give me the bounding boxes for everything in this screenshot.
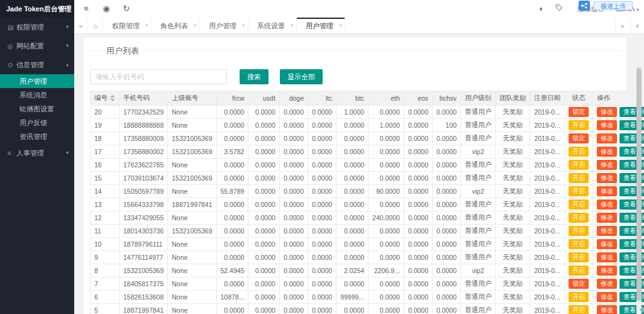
- edit-button[interactable]: 修改: [597, 160, 617, 170]
- cell: 普通用户: [461, 304, 496, 314]
- status-badge[interactable]: 开启: [569, 147, 589, 157]
- close-icon[interactable]: ×: [193, 18, 197, 34]
- status-badge[interactable]: 开启: [569, 173, 589, 183]
- globe-icon[interactable]: ◉: [97, 0, 116, 18]
- cell: 0.0000: [216, 211, 248, 225]
- cell: 普通用户: [461, 291, 496, 304]
- tag-icon[interactable]: [550, 0, 569, 18]
- cell: 13347429055: [119, 211, 168, 225]
- close-icon[interactable]: ×: [290, 18, 294, 34]
- status-badge[interactable]: 开启: [569, 120, 589, 130]
- status-badge[interactable]: 开启: [569, 292, 589, 302]
- home-icon[interactable]: ⌂: [89, 18, 103, 34]
- status-badge[interactable]: 开启: [569, 160, 589, 170]
- tab-4[interactable]: 用户管理×: [297, 18, 345, 34]
- cell: 2019-0...: [530, 225, 565, 238]
- status-badge[interactable]: 开启: [569, 186, 589, 196]
- tab-1[interactable]: 角色列表×: [152, 18, 200, 34]
- cell: 普通用户: [461, 119, 496, 132]
- status-badge[interactable]: 开启: [569, 199, 589, 210]
- cell: 普通用户: [461, 278, 496, 291]
- upload-extension-icon[interactable]: [579, 1, 590, 11]
- tabs-collapse-icon[interactable]: «: [74, 18, 88, 34]
- cell: 0.0000: [216, 278, 248, 291]
- edit-button[interactable]: 修改: [597, 120, 617, 130]
- status-badge[interactable]: 开启: [569, 226, 589, 236]
- table-row: 914776114977None0.00000.00000.00000.0000…: [91, 251, 644, 264]
- status-badge[interactable]: 开启: [569, 213, 589, 223]
- sidebar-item-0[interactable]: ▤权限管理▾: [0, 18, 74, 36]
- column-header-0[interactable]: 编号: [91, 91, 119, 106]
- close-icon[interactable]: ×: [145, 18, 148, 34]
- show-all-button[interactable]: 显示全部: [280, 69, 323, 84]
- sidebar-subitem-0[interactable]: 用户管理: [0, 74, 74, 88]
- cell: 无奖励: [496, 211, 530, 225]
- status-badge[interactable]: 开启: [569, 266, 589, 276]
- table-row: 1918888888888None0.00000.00000.00000.000…: [91, 119, 644, 132]
- theme-icon[interactable]: ◑: [531, 0, 550, 18]
- edit-button[interactable]: 修改: [597, 252, 617, 262]
- cell: 0.0000: [308, 106, 336, 119]
- vertical-scrollbar[interactable]: [636, 35, 641, 314]
- sidebar-subitem-4[interactable]: 资讯管理: [0, 130, 74, 143]
- cell: 0.0000: [248, 198, 279, 211]
- status-badge[interactable]: 开启: [569, 305, 589, 314]
- edit-button[interactable]: 修改: [597, 133, 617, 143]
- cell: 0.0000: [369, 225, 404, 238]
- cell: 17358880002: [119, 145, 168, 159]
- sort-icon[interactable]: [110, 95, 115, 101]
- edit-button[interactable]: 修改: [597, 279, 617, 289]
- tabs-forward-icon[interactable]: »: [615, 18, 629, 34]
- cell: 2206.9...: [369, 264, 404, 278]
- cell: 普通用户: [461, 106, 496, 119]
- edit-button[interactable]: 修改: [597, 186, 617, 196]
- edit-button[interactable]: 修改: [597, 226, 617, 236]
- tabs-menu-icon[interactable]: ∨: [630, 18, 644, 34]
- cell: 2019-0...: [530, 304, 565, 314]
- user-list-card: 用户列表 搜索 显示全部 编号手机号码上级账号frcwusdtdogeltcbt…: [84, 38, 626, 314]
- search-button[interactable]: 搜索: [240, 69, 269, 84]
- edit-button[interactable]: 修改: [597, 147, 617, 157]
- edit-button[interactable]: 修改: [597, 199, 617, 210]
- cell: 2019-0...: [530, 238, 565, 251]
- edit-button[interactable]: 修改: [597, 266, 617, 276]
- edit-button[interactable]: 修改: [597, 107, 617, 117]
- sidebar-subitem-2[interactable]: 轮播图设置: [0, 102, 74, 116]
- sidebar-item-3[interactable]: ≡人事管理▾: [0, 143, 74, 162]
- cell: 0.0000: [369, 145, 404, 159]
- edit-button[interactable]: 修改: [597, 292, 617, 302]
- close-icon[interactable]: ×: [242, 18, 245, 34]
- column-header-12: 团队奖励: [496, 91, 530, 106]
- tab-3[interactable]: 系统设置×: [248, 18, 297, 34]
- edit-button[interactable]: 修改: [597, 305, 617, 314]
- menu-toggle-icon[interactable]: ≡: [77, 0, 96, 18]
- edit-button[interactable]: 修改: [597, 173, 617, 183]
- column-header-2: 上级账号: [168, 91, 216, 106]
- edit-button[interactable]: 修改: [597, 239, 617, 249]
- refresh-icon[interactable]: ↻: [117, 0, 136, 18]
- sidebar-subitem-1[interactable]: 系统消息: [0, 88, 74, 102]
- status-badge[interactable]: 锁定: [569, 133, 589, 143]
- cell: 14776114977: [119, 251, 168, 264]
- tab-2[interactable]: 用户管理×: [200, 18, 248, 34]
- scroll-down-icon[interactable]: ▾: [640, 307, 642, 313]
- edit-button[interactable]: 修改: [597, 213, 617, 223]
- cell: 0.0000: [308, 251, 336, 264]
- search-input[interactable]: [90, 69, 227, 84]
- cell: None: [168, 238, 216, 251]
- tab-0[interactable]: 权限管理×: [103, 18, 152, 34]
- cell: 普通用户: [461, 211, 496, 225]
- cell: 15: [91, 172, 119, 185]
- cell: 0.0000: [369, 304, 404, 314]
- sidebar-subitem-3[interactable]: 用户反馈: [0, 116, 74, 130]
- sidebar-item-label: 信息管理: [16, 61, 44, 69]
- status-badge[interactable]: 开启: [569, 239, 589, 249]
- scrollbar-thumb[interactable]: [636, 68, 641, 301]
- cell: 6: [91, 291, 119, 304]
- status-badge[interactable]: 开启: [569, 252, 589, 262]
- sidebar-item-1[interactable]: ◎网站配置▾: [0, 36, 74, 55]
- sidebar-item-2[interactable]: ⊙信息管理▴: [0, 55, 74, 74]
- status-badge[interactable]: 锁定: [569, 107, 589, 117]
- close-icon[interactable]: ×: [338, 18, 342, 34]
- status-badge[interactable]: 锁定: [569, 279, 589, 289]
